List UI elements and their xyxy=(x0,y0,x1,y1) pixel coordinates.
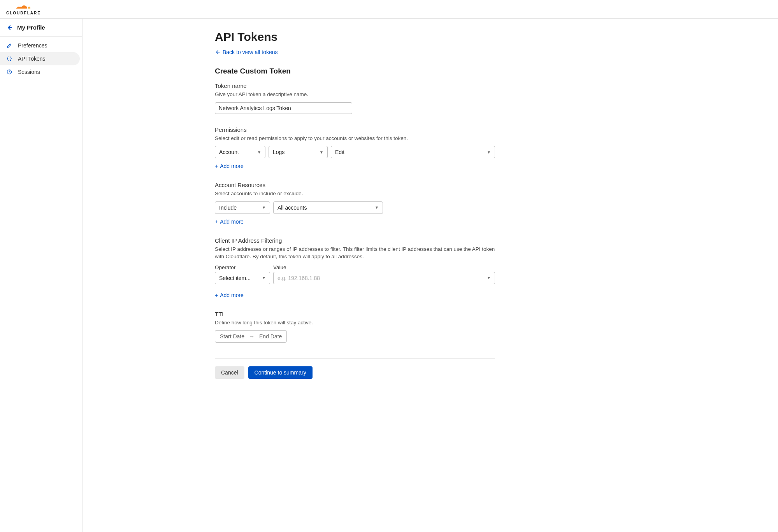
permission-level-select[interactable]: Edit ▼ xyxy=(331,146,495,158)
sidebar-item-api-tokens[interactable]: API Tokens xyxy=(0,52,80,65)
account-target-select[interactable]: All accounts ▼ xyxy=(273,201,383,214)
account-resources-desc: Select accounts to include or exclude. xyxy=(215,190,495,198)
account-resources-block: Account Resources Select accounts to inc… xyxy=(215,182,495,225)
cancel-button[interactable]: Cancel xyxy=(215,366,244,379)
ttl-daterange[interactable]: Start Date → End Date xyxy=(215,330,287,343)
create-token-title: Create Custom Token xyxy=(215,67,495,75)
caret-down-icon: ▼ xyxy=(262,276,266,280)
permission-level-value: Edit xyxy=(335,149,344,155)
sidebar-header[interactable]: My Profile xyxy=(0,19,82,37)
permissions-block: Permissions Select edit or read permissi… xyxy=(215,126,495,170)
token-name-input[interactable] xyxy=(215,102,352,114)
back-link-label: Back to view all tokens xyxy=(223,49,278,55)
ip-value-placeholder: e.g. 192.168.1.88 xyxy=(277,275,320,281)
sidebar-item-label: API Tokens xyxy=(18,56,46,62)
ip-value-select[interactable]: e.g. 192.168.1.88 ▼ xyxy=(273,272,495,284)
permissions-label: Permissions xyxy=(215,126,495,133)
back-arrow-icon xyxy=(6,24,12,31)
ip-filter-desc: Select IP addresses or ranges of IP addr… xyxy=(215,245,495,261)
token-name-block: Token name Give your API token a descrip… xyxy=(215,82,495,114)
actions-row: Cancel Continue to summary xyxy=(215,366,495,379)
account-mode-value: Include xyxy=(219,205,237,211)
arrow-right-icon: → xyxy=(249,333,255,340)
page-title: API Tokens xyxy=(215,30,495,44)
ttl-start-label: Start Date xyxy=(220,333,244,340)
caret-down-icon: ▼ xyxy=(487,150,491,154)
add-more-label: Add more xyxy=(220,163,244,169)
permission-resource-select[interactable]: Logs ▼ xyxy=(269,146,328,158)
pencil-icon xyxy=(6,42,12,49)
add-more-label: Add more xyxy=(220,292,244,298)
nav-list: Preferences API Tokens Sessions xyxy=(0,37,82,81)
sidebar-title: My Profile xyxy=(17,24,45,31)
caret-down-icon: ▼ xyxy=(262,205,266,210)
ttl-end-label: End Date xyxy=(259,333,282,340)
permission-resource-value: Logs xyxy=(273,149,285,155)
clock-icon xyxy=(6,69,12,75)
account-resources-label: Account Resources xyxy=(215,182,495,188)
main-content: API Tokens Back to view all tokens Creat… xyxy=(83,19,778,532)
plus-icon: + xyxy=(215,163,218,169)
account-target-value: All accounts xyxy=(277,205,307,211)
token-name-label: Token name xyxy=(215,82,495,89)
operator-column-label: Operator xyxy=(215,264,270,270)
brand-text: CLOUDFLARE xyxy=(6,11,41,15)
cloudflare-logo[interactable]: CLOUDFLARE xyxy=(6,3,41,15)
permission-scope-value: Account xyxy=(219,149,239,155)
plus-icon: + xyxy=(215,219,218,225)
ip-operator-select[interactable]: Select item... ▼ xyxy=(215,272,270,284)
sidebar-item-preferences[interactable]: Preferences xyxy=(0,39,82,52)
token-name-desc: Give your API token a descriptive name. xyxy=(215,91,495,98)
ttl-block: TTL Define how long this token will stay… xyxy=(215,311,495,343)
ip-filter-label: Client IP Address Filtering xyxy=(215,237,495,244)
cloud-icon xyxy=(16,3,31,10)
ip-filter-block: Client IP Address Filtering Select IP ad… xyxy=(215,237,495,298)
caret-down-icon: ▼ xyxy=(320,150,323,154)
permissions-desc: Select edit or read permissions to apply… xyxy=(215,135,495,142)
back-to-tokens-link[interactable]: Back to view all tokens xyxy=(215,49,278,55)
plus-icon: + xyxy=(215,292,218,298)
sidebar: My Profile Preferences API Tokens Sessio… xyxy=(0,19,83,532)
divider xyxy=(215,358,495,359)
sidebar-item-sessions[interactable]: Sessions xyxy=(0,65,82,79)
arrow-left-icon xyxy=(215,49,220,55)
sidebar-item-label: Preferences xyxy=(18,42,47,49)
permissions-add-more[interactable]: + Add more xyxy=(215,163,244,169)
value-column-label: Value xyxy=(273,264,495,270)
add-more-label: Add more xyxy=(220,219,244,225)
braces-icon xyxy=(6,56,12,62)
account-add-more[interactable]: + Add more xyxy=(215,219,244,225)
topbar: CLOUDFLARE xyxy=(0,0,778,19)
caret-down-icon: ▼ xyxy=(257,150,261,154)
permission-scope-select[interactable]: Account ▼ xyxy=(215,146,265,158)
caret-down-icon: ▼ xyxy=(375,205,379,210)
account-mode-select[interactable]: Include ▼ xyxy=(215,201,270,214)
ip-operator-value: Select item... xyxy=(219,275,251,281)
continue-button[interactable]: Continue to summary xyxy=(248,366,313,379)
sidebar-item-label: Sessions xyxy=(18,69,40,75)
ip-add-more[interactable]: + Add more xyxy=(215,292,244,298)
ttl-desc: Define how long this token will stay act… xyxy=(215,319,495,327)
ttl-label: TTL xyxy=(215,311,495,317)
caret-down-icon: ▼ xyxy=(487,276,491,280)
